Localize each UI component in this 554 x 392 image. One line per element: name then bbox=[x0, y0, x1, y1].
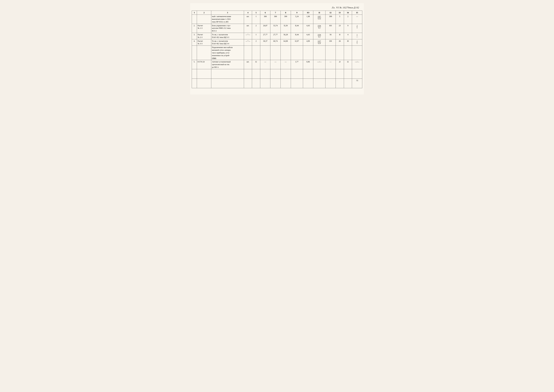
cell-row3-col6: 27,77 bbox=[260, 33, 270, 39]
cell-row4-col11: 0,97 0,3I bbox=[313, 39, 325, 46]
cell-row1-unit: шт. bbox=[244, 15, 252, 24]
cell-row5-unit bbox=[244, 46, 252, 60]
col-header-6: 6 bbox=[260, 11, 270, 15]
cell-row2-col10: 4,43 bbox=[303, 24, 313, 33]
cell-row5-col6 bbox=[260, 46, 270, 60]
cell-row6-col15: —/— bbox=[352, 60, 362, 69]
cell-row3-col14: 4 bbox=[344, 33, 352, 39]
cell-row2-col7: 53,74 bbox=[270, 24, 281, 33]
cell-row4-col7: 60,74 bbox=[270, 39, 281, 46]
cell-row5-col5 bbox=[252, 46, 260, 60]
col-header-5: 5 bbox=[252, 11, 260, 15]
cell-row5-col10 bbox=[303, 46, 313, 60]
cell-row6-col14: I2 bbox=[344, 60, 352, 69]
cell-row3-ref: Расчет№ 2-3 bbox=[197, 33, 211, 39]
cell-row4-num: 4. bbox=[192, 39, 197, 46]
cell-row6-col5: I2 bbox=[252, 60, 260, 69]
column-header-row: I 2 3 4 5 6 7 8 9 IO II I2 I3 I4 I5 bbox=[192, 11, 362, 15]
cell-row6-col10: 0,96 bbox=[303, 60, 313, 69]
cell-row3-col11: 0,94 0,3 bbox=[313, 33, 325, 39]
cell-page-num: 75 bbox=[352, 78, 362, 88]
cell-row5-col13 bbox=[336, 46, 344, 60]
page: Лл. VI № 10279тм-Д-92 I 2 3 4 5 6 7 8 9 … bbox=[190, 3, 364, 94]
cell-row6-col11: —/— bbox=[313, 60, 325, 69]
cell-row4-ref: Расчет№ 3-3 bbox=[197, 39, 211, 46]
cell-row6-col12: — bbox=[325, 60, 336, 69]
col-header-4: 4 bbox=[244, 11, 252, 15]
cell-row6-col7: — bbox=[270, 60, 281, 69]
cell-row5-col14 bbox=[344, 46, 352, 60]
col-header-12: I2 bbox=[325, 11, 336, 15]
cell-row6-col6: — bbox=[260, 60, 270, 69]
main-table: I 2 3 4 5 6 7 8 9 IO II I2 I3 I4 I5 bbox=[192, 11, 362, 88]
cell-row2-col14: 9 bbox=[344, 24, 352, 33]
cell-row2-desc: Блок управления с пус-кателем ПМЕ-212 ти… bbox=[211, 24, 244, 33]
cell-row6-num: 5. bbox=[192, 60, 197, 69]
table-row: ный с автоматическимивыключателями А 3I2… bbox=[192, 15, 362, 24]
cell-row4-desc: То же, с пускателемПАО-4I2 типа ЩСI-4 bbox=[211, 39, 244, 46]
cell-row1-col13: 5 bbox=[336, 15, 344, 24]
cell-row3-desc: То же, с пускателемПАО-3I2 типа ЩСI-3 bbox=[211, 33, 244, 39]
cell-row3-col15: I — bbox=[352, 33, 362, 39]
col-header-10: IO bbox=[303, 11, 313, 15]
cell-row3-num: 3. bbox=[192, 33, 197, 39]
cell-row5-col11 bbox=[313, 46, 325, 60]
cell-row6-col13: 2I bbox=[336, 60, 344, 69]
cell-row3-col5: I bbox=[252, 33, 260, 39]
cell-row2-col5: 2 bbox=[252, 24, 260, 33]
cell-row2-col11: 0,94 0,3 bbox=[313, 24, 325, 33]
cell-row3-unit: —"— bbox=[244, 33, 252, 39]
cell-row1-col6: 300 bbox=[260, 15, 270, 24]
cell-row1-num bbox=[192, 15, 197, 24]
cell-row1-desc: ный с автоматическимивыключателями А 3I2… bbox=[211, 15, 244, 24]
col-header-7: 7 bbox=[270, 11, 281, 15]
table-row: 5. 8-574-24 Автомат установочныйтрехполю… bbox=[192, 60, 362, 69]
cell-row3-col9: II,44 bbox=[291, 33, 303, 39]
cell-row5-col7 bbox=[270, 46, 281, 60]
cell-row5-col8 bbox=[281, 46, 291, 60]
table-row: Подключение жил кабелявнешней сети к апп… bbox=[192, 46, 362, 60]
cell-row5-col12 bbox=[325, 46, 336, 60]
cell-row3-col7: 27,77 bbox=[270, 33, 281, 39]
cell-row1-col5: I bbox=[252, 15, 260, 24]
cell-row6-ref: 8-574-24 bbox=[197, 60, 211, 69]
cell-row6-col9: I,77 bbox=[291, 60, 303, 69]
col-header-1: I bbox=[192, 11, 197, 15]
cell-row3-col12: 56 bbox=[325, 33, 336, 39]
cell-row5-col15 bbox=[352, 46, 362, 60]
cell-row5-ref bbox=[197, 46, 211, 60]
cell-row1-ref bbox=[197, 15, 211, 24]
cell-row4-col12: I30 bbox=[325, 39, 336, 46]
cell-row2-col9: II,44 bbox=[291, 24, 303, 33]
cell-row4-col5: 2 bbox=[252, 39, 260, 46]
cell-row2-num: 2. bbox=[192, 24, 197, 33]
cell-row5-num bbox=[192, 46, 197, 60]
cell-row1-col14: 2 bbox=[344, 15, 352, 24]
cell-row1-col9: 5,24 bbox=[291, 15, 303, 24]
cell-row3-col10: 4,43 bbox=[303, 33, 313, 39]
cell-row2-col13: 23 bbox=[336, 24, 344, 33]
cell-row4-col10: 4,99 bbox=[303, 39, 313, 46]
cell-row4-col9: I2,97 bbox=[291, 39, 303, 46]
cell-row2-col15: 2 I bbox=[352, 24, 362, 33]
cell-row5-col9 bbox=[291, 46, 303, 60]
col-header-9: 9 bbox=[291, 11, 303, 15]
cell-row2-col12: I03 bbox=[325, 24, 336, 33]
cell-row1-col15: — bbox=[352, 15, 362, 24]
cell-row2-col6: 26,87 bbox=[260, 24, 270, 33]
table-row: 3. Расчет№ 2-3 То же, с пускателемПАО-3I… bbox=[192, 33, 362, 39]
cell-row6-desc: Автомат установочныйтрехполюсный на токд… bbox=[211, 60, 244, 69]
col-header-13: I3 bbox=[336, 11, 344, 15]
cell-row1-col12: 399 bbox=[325, 15, 336, 24]
table-row: 4. Расчет№ 3-3 То же, с пускателемПАО-4I… bbox=[192, 39, 362, 46]
col-header-8: 8 bbox=[281, 11, 291, 15]
table-row-empty bbox=[192, 69, 362, 78]
cell-row4-unit: —"— bbox=[244, 39, 252, 46]
table-row: 2. Расчет№ 1-3 Блок управления с пус-кат… bbox=[192, 24, 362, 33]
cell-row2-unit: шт. bbox=[244, 24, 252, 33]
cell-row4-col14: I0 bbox=[344, 39, 352, 46]
cell-row4-col6: 30,37 bbox=[260, 39, 270, 46]
cell-row2-ref: Расчет№ 1-3 bbox=[197, 24, 211, 33]
cell-row2-col8: 5I,39 bbox=[281, 24, 291, 33]
cell-row5-desc: Подключение жил кабелявнешней сети к апп… bbox=[211, 46, 244, 60]
